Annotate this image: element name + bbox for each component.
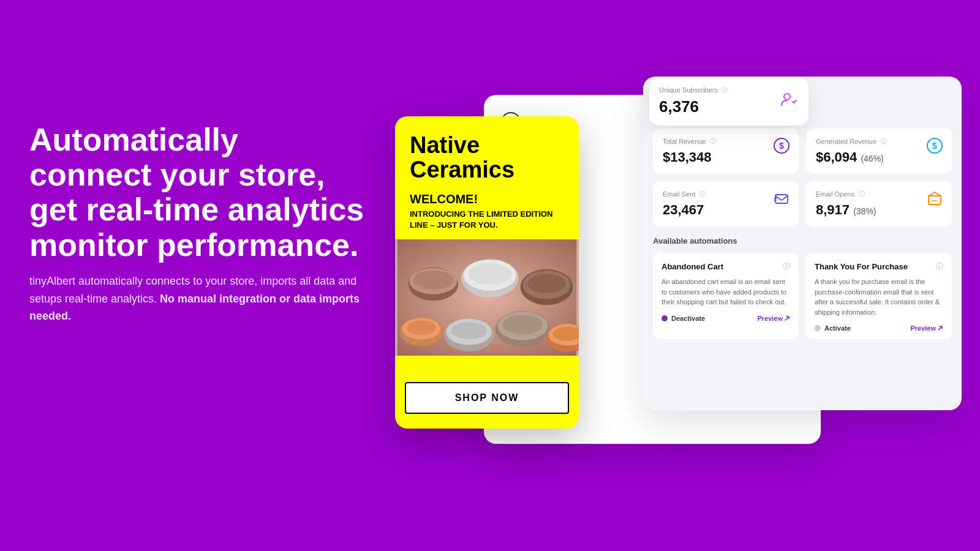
- svg-point-24: [784, 94, 790, 100]
- svg-point-16: [451, 323, 487, 339]
- svg-point-19: [502, 315, 543, 334]
- info-icon: ⓘ: [722, 87, 728, 94]
- edition-text: INTRODUCING THE LIMITED EDITION LINE – J…: [410, 209, 564, 231]
- svg-rect-30: [929, 196, 941, 204]
- thank-you-card: Thank You For Purchase ⓘ A thank you for…: [806, 253, 952, 339]
- preview-label: Preview: [757, 315, 783, 322]
- thank-you-info-icon: ⓘ: [936, 261, 943, 272]
- headline: Automatically connect your store, get re…: [29, 122, 372, 263]
- subscriber-icon: [779, 89, 799, 113]
- left-section: Automatically connect your store, get re…: [29, 122, 372, 325]
- inactive-dot: [815, 325, 821, 331]
- abandoned-cart-preview-link[interactable]: Preview: [757, 315, 790, 322]
- revenue-icon: $: [772, 136, 791, 156]
- stat-email-opens-value: 8,917 (38%): [816, 202, 942, 218]
- stat-generated-revenue-value: $6,094 (46%): [816, 149, 942, 165]
- deactivate-label: Deactivate: [671, 315, 705, 322]
- info-icon: ⓘ: [699, 190, 706, 198]
- svg-point-7: [469, 263, 511, 285]
- generated-icon: $: [925, 136, 944, 156]
- headline-rest: connect your store, get real-time analyt…: [29, 157, 364, 262]
- subscribers-label: Unique Subscribers ⓘ: [659, 86, 728, 95]
- abandoned-cart-title: Abandoned Cart: [662, 262, 723, 271]
- info-icon: ⓘ: [710, 137, 716, 146]
- thank-you-preview-link[interactable]: Preview: [910, 324, 943, 332]
- headline-bold: Automatically: [29, 122, 238, 157]
- thank-you-title: Thank You For Purchase: [815, 262, 908, 271]
- stat-generated-revenue-label: Generated Revenue ⓘ: [816, 137, 942, 146]
- stat-total-revenue-value: $13,348: [663, 149, 789, 165]
- automations-panel: Automations General statistics Total Rev…: [643, 77, 962, 410]
- svg-text:$: $: [779, 141, 784, 151]
- svg-rect-29: [775, 195, 788, 203]
- svg-point-10: [527, 274, 565, 293]
- activate-label: Activate: [824, 324, 851, 332]
- activate-button[interactable]: Activate: [815, 324, 851, 332]
- product-image: [395, 239, 579, 356]
- svg-point-13: [407, 321, 435, 335]
- welcome-text: WELCOME!: [410, 192, 564, 206]
- brand-name: NativeCeramics: [410, 133, 564, 182]
- shop-now-button[interactable]: SHOP NOW: [405, 382, 569, 414]
- email-sent-icon: [772, 189, 791, 208]
- available-label: Available automations: [643, 236, 962, 253]
- stat-email-sent: Email Sent ⓘ 23,467: [653, 181, 799, 227]
- subscribers-value: 6,376: [659, 97, 728, 116]
- automation-cards: Abandoned Cart ⓘ An abandoned cart email…: [643, 253, 962, 349]
- stat-generated-revenue: Generated Revenue ⓘ $6,094 (46%) $: [806, 129, 952, 174]
- stat-email-opens: Email Opens ⓘ 8,917 (38%): [806, 181, 952, 227]
- email-card: NativeCeramics WELCOME! INTRODUCING THE …: [395, 116, 579, 429]
- stat-email-opens-label: Email Opens ⓘ: [816, 190, 942, 198]
- thank-you-desc: A thank you for purchase email is the pu…: [815, 277, 943, 317]
- svg-text:$: $: [932, 141, 937, 151]
- svg-point-4: [413, 271, 453, 290]
- stat-total-revenue-label: Total Revenue ⓘ: [663, 137, 789, 146]
- deactivate-button[interactable]: Deactivate: [662, 315, 705, 322]
- stat-email-sent-label: Email Sent ⓘ: [663, 190, 789, 198]
- stat-email-sent-value: 23,467: [663, 202, 789, 218]
- info-icon: ⓘ: [881, 137, 887, 146]
- subscribers-card: Unique Subscribers ⓘ 6,376: [649, 77, 809, 126]
- abandoned-cart-desc: An abandoned cart email is an email sent…: [662, 277, 790, 307]
- active-dot: [662, 315, 668, 321]
- thank-you-preview-label: Preview: [910, 324, 936, 332]
- stat-total-revenue: Total Revenue ⓘ $13,348 $: [653, 129, 799, 174]
- email-opens-icon: [925, 189, 944, 208]
- stats-grid: Total Revenue ⓘ $13,348 $ Generated Reve…: [643, 129, 962, 236]
- abandoned-cart-card: Abandoned Cart ⓘ An abandoned cart email…: [653, 253, 799, 339]
- abandoned-cart-info-icon: ⓘ: [783, 261, 790, 272]
- description: tinyAlbert automatically connects to you…: [29, 272, 372, 325]
- shop-now-label: SHOP NOW: [455, 392, 519, 403]
- info-icon: ⓘ: [859, 190, 865, 198]
